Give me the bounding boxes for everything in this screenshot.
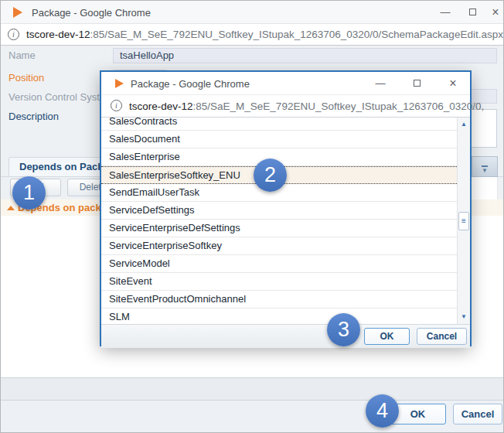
name-input[interactable]: tsaHelloApp <box>113 48 497 63</box>
annotation-step-1: 1 <box>12 176 46 210</box>
list-item[interactable]: ServiceModel <box>101 255 457 273</box>
minimize-button[interactable]: — <box>434 1 456 23</box>
grid-filter-menu-button[interactable]: ▼ <box>472 156 498 177</box>
package-list: SalesContracts SalesDocument SalesEnterp… <box>101 118 470 324</box>
window-title: Package - Google Chrome <box>32 7 151 19</box>
list-item[interactable]: SalesDocument <box>101 131 457 148</box>
close-button[interactable]: × <box>485 1 504 23</box>
close-icon: × <box>492 5 499 19</box>
minimize-icon: — <box>376 77 386 89</box>
tab-depends-on-packages[interactable]: Depends on Pack <box>9 157 102 176</box>
main-cancel-button[interactable]: Cancel <box>453 404 502 424</box>
scroll-up-button[interactable]: ▲ <box>458 118 470 131</box>
app-favicon-play-icon <box>13 7 22 18</box>
grip-icon: ≡ <box>461 216 466 225</box>
popup-maximize-button[interactable] <box>406 72 427 94</box>
main-browser-window: Package - Google Chrome — × i tscore-dev… <box>0 0 504 433</box>
popup-titlebar: Package - Google Chrome — × <box>101 72 470 95</box>
popup-favicon-play-icon <box>115 79 124 88</box>
grid-toolbar: ↻ Σ ↓ ▼ ◀ ◀ ▶ <box>1 377 504 401</box>
maximize-icon <box>414 80 421 87</box>
url-host: tscore-dev-12 <box>129 101 193 112</box>
url-host: tscore-dev-12 <box>26 29 90 40</box>
name-label: Name <box>9 49 36 61</box>
list-item[interactable]: SiteEvent <box>101 273 457 291</box>
list-item[interactable]: SiteEventProductOmnichannel <box>101 291 457 309</box>
scroll-down-icon: ▼ <box>461 313 467 320</box>
scroll-up-icon: ▲ <box>461 121 467 128</box>
maximize-icon <box>469 9 476 15</box>
minimize-icon: — <box>441 6 451 18</box>
popup-footer: OK Cancel <box>101 324 470 348</box>
main-titlebar: Package - Google Chrome — × <box>1 1 504 24</box>
popup-browser-window: Package - Google Chrome — × i tscore-dev… <box>100 70 472 346</box>
maximize-button[interactable] <box>461 1 483 23</box>
popup-urlbar: i tscore-dev-12:85/SaE_M_SeE_792ENU_Soft… <box>101 95 470 118</box>
url-path: :85/SaE_M_SeE_792ENU_Softkey_IStupak_126… <box>193 101 485 112</box>
annotation-step-2: 2 <box>254 159 287 192</box>
page-info-icon[interactable]: i <box>8 29 19 40</box>
collapse-caret-icon <box>7 206 15 210</box>
popup-ok-button[interactable]: OK <box>364 328 410 345</box>
list-scrollbar[interactable]: ▲ ≡ ▼ <box>457 118 470 324</box>
popup-title: Package - Google Chrome <box>131 78 250 90</box>
popup-cancel-button[interactable]: Cancel <box>417 328 467 345</box>
popup-url: tscore-dev-12:85/SaE_M_SeE_792ENU_Softke… <box>129 101 484 112</box>
popup-page-info-icon[interactable]: i <box>111 100 122 111</box>
list-item[interactable]: ServiceDefSettings <box>101 202 457 220</box>
popup-minimize-button[interactable]: — <box>369 72 391 94</box>
annotation-step-3: 3 <box>327 313 360 346</box>
description-label: Description <box>9 111 59 122</box>
filter-dropdown-icon: ▼ <box>482 165 488 174</box>
popup-close-button[interactable]: × <box>442 72 464 94</box>
list-item[interactable]: SLM <box>101 309 457 324</box>
annotation-step-4: 4 <box>366 394 399 428</box>
dialog-footer: OK Cancel <box>1 401 504 433</box>
url-path: :85/SaE_M_SeE_792ENU_Softkey_IStupak_126… <box>90 29 504 40</box>
close-icon: × <box>449 77 456 90</box>
position-label: Position <box>9 72 44 84</box>
grid-row-fragment <box>472 177 498 199</box>
main-url: tscore-dev-12:85/SaE_M_SeE_792ENU_Softke… <box>26 29 504 40</box>
list-item[interactable]: SalesContracts <box>101 118 457 131</box>
scroll-thumb[interactable]: ≡ <box>458 212 469 230</box>
main-urlbar: i tscore-dev-12:85/SaE_M_SeE_792ENU_Soft… <box>1 24 504 46</box>
list-item[interactable]: ServiceEnterpriseSoftkey <box>101 237 457 255</box>
list-item[interactable]: ServiceEnterpriseDefSettings <box>101 220 457 237</box>
scroll-down-button[interactable]: ▼ <box>458 311 470 323</box>
